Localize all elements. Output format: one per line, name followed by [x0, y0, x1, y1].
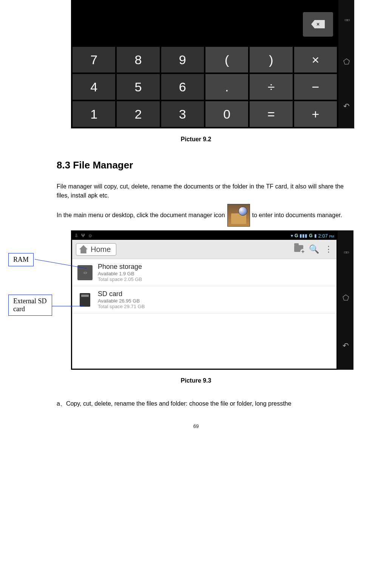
document-manager-icon	[227, 204, 250, 227]
status-icon-usb: Ψ	[81, 233, 85, 238]
key-6[interactable]: 6	[161, 74, 204, 100]
backspace-icon: ×	[311, 20, 325, 28]
para-2-before: In the main menu or desktop, click the d…	[57, 211, 225, 220]
sd-card-title: SD card	[98, 290, 145, 298]
backspace-key[interactable]: ×	[303, 12, 333, 37]
para-1: File manager will copy, cut, delete, ren…	[57, 182, 344, 200]
recents-icon[interactable]: ▭▭	[344, 250, 347, 254]
network-g-icon: G	[295, 233, 298, 238]
search-button[interactable]: 🔍	[306, 244, 321, 254]
status-icon-app: ☺	[88, 233, 93, 238]
overflow-icon: ⋮	[324, 244, 333, 254]
status-icon-download: ⇩	[74, 233, 78, 238]
key-equals[interactable]: =	[250, 101, 292, 127]
recents-icon[interactable]: ▭▭	[344, 18, 348, 22]
phone-storage-total: Total space 2.05 GB	[98, 276, 142, 282]
callout-ram: RAM	[8, 253, 34, 266]
section-heading: 8.3 File Manager	[57, 158, 344, 173]
new-folder-button[interactable]	[291, 244, 306, 254]
key-4[interactable]: 4	[73, 74, 115, 100]
key-minus[interactable]: −	[294, 74, 337, 100]
sd-card-total: Total space 29.71 GB	[98, 304, 145, 309]
nav-rail: ▭▭ ⬠ ↶	[338, 0, 354, 128]
key-dot[interactable]: .	[205, 74, 248, 100]
signal-bars-icon: ▮▮▮	[299, 233, 307, 238]
status-bar: ⇩ Ψ ☺ ▾ G ▮▮▮ G ▮ 2:07 PM	[72, 232, 336, 240]
key-divide[interactable]: ÷	[250, 74, 292, 100]
key-lparen[interactable]: (	[205, 47, 248, 73]
key-3[interactable]: 3	[161, 101, 204, 127]
page-number: 69	[0, 423, 392, 429]
back-icon[interactable]: ↶	[343, 341, 349, 350]
calculator-screenshot: ▭▭ ⬠ ↶ × 7 8 9 ( ) × 4 5 6 . ÷ − 1 2 3 0…	[71, 0, 338, 128]
para-2: In the main menu or desktop, click the d…	[57, 204, 344, 227]
phone-storage-title: Phone storage	[98, 263, 142, 271]
storage-row-phone[interactable]: ▭ Phone storage Available 1.9 GB Total s…	[72, 259, 336, 286]
para-2-after: to enter into documents manager.	[252, 211, 342, 220]
back-icon[interactable]: ↶	[343, 102, 350, 111]
para-3: a、Copy, cut, delete, rename the files an…	[57, 399, 344, 408]
home-shape-icon	[79, 245, 88, 253]
key-multiply[interactable]: ×	[294, 47, 337, 73]
key-2[interactable]: 2	[117, 101, 159, 127]
key-8[interactable]: 8	[117, 47, 159, 73]
status-time: 2:07 PM	[318, 233, 334, 239]
key-0[interactable]: 0	[205, 101, 248, 127]
key-5[interactable]: 5	[117, 74, 159, 100]
home-icon[interactable]: ⬠	[343, 293, 349, 302]
callout-sd: External SD card	[8, 295, 52, 316]
network-g-icon-2: G	[309, 233, 312, 238]
home-label: Home	[91, 245, 111, 254]
picture-9-2-caption: Pictuer 9.2	[0, 136, 392, 143]
key-9[interactable]: 9	[161, 47, 204, 73]
home-icon[interactable]: ⬠	[343, 57, 350, 66]
folder-plus-icon	[294, 245, 303, 252]
file-manager-header: Home 🔍 ⋮	[72, 240, 336, 259]
wifi-icon: ▾	[291, 233, 293, 238]
home-button[interactable]: Home	[76, 243, 116, 256]
key-rparen[interactable]: )	[250, 47, 292, 73]
sd-card-available: Available 26.95 GB	[98, 298, 145, 304]
phone-storage-available: Available 1.9 GB	[98, 271, 142, 276]
battery-icon: ▮	[314, 233, 317, 238]
key-7[interactable]: 7	[73, 47, 115, 73]
picture-9-3-caption: Picture 9.3	[0, 377, 392, 384]
key-1[interactable]: 1	[73, 101, 115, 127]
key-plus[interactable]: +	[294, 101, 337, 127]
overflow-menu-button[interactable]: ⋮	[321, 244, 336, 254]
nav-rail-2: ▭▭ ⬠ ↶	[338, 230, 353, 370]
search-icon: 🔍	[309, 244, 319, 254]
file-manager-screenshot: ▭▭ ⬠ ↶ ⇩ Ψ ☺ ▾ G ▮▮▮ G ▮ 2:07 PM	[71, 230, 338, 370]
sd-card-icon	[77, 292, 93, 307]
storage-row-sdcard[interactable]: SD card Available 26.95 GB Total space 2…	[72, 286, 336, 313]
